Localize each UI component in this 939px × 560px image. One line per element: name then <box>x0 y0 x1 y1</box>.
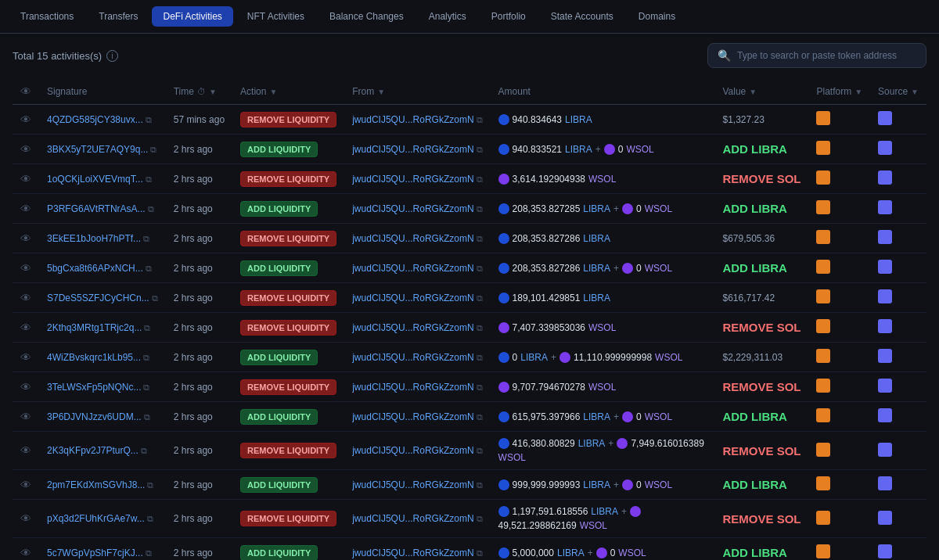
from-link[interactable]: jwudCIJ5QU...RoRGkZzomN <box>352 352 473 363</box>
copy-sig-icon[interactable]: ⧉ <box>147 480 153 490</box>
nav-tab-domains[interactable]: Domains <box>628 6 686 27</box>
copy-from-icon[interactable]: ⧉ <box>477 115 483 124</box>
copy-sig-icon[interactable]: ⧉ <box>148 204 154 214</box>
action-badge[interactable]: REMOVE LIQUIDITY <box>240 443 336 458</box>
from-link[interactable]: jwudCIJ5QU...RoRGkZzomN <box>352 513 473 524</box>
signature-link[interactable]: 3BKX5yT2UE7AQY9q... <box>47 144 148 155</box>
nav-tab-defi[interactable]: DeFi Activities <box>152 6 232 27</box>
signature-link[interactable]: 5c7WGpVpShF7cjKJ... <box>47 547 143 558</box>
action-badge[interactable]: REMOVE LIQUIDITY <box>240 171 336 187</box>
copy-from-icon[interactable]: ⧉ <box>477 234 483 243</box>
signature-link[interactable]: 4QZDG585jCY38uvx... <box>47 114 143 125</box>
action-badge[interactable]: ADD LIQUIDITY <box>240 201 318 217</box>
copy-from-icon[interactable]: ⧉ <box>477 204 483 214</box>
copy-from-icon[interactable]: ⧉ <box>477 323 483 332</box>
copy-sig-icon[interactable]: ⧉ <box>143 382 149 392</box>
copy-sig-icon[interactable]: ⧉ <box>146 548 152 558</box>
copy-sig-icon[interactable]: ⧉ <box>150 145 156 154</box>
signature-link[interactable]: 5bgCxa8t66APxNCH... <box>47 263 143 274</box>
row-eye-icon[interactable]: 👁 <box>20 321 31 334</box>
signature-link[interactable]: 3EkEE1bJooH7hPTf... <box>47 233 141 244</box>
action-badge[interactable]: REMOVE LIQUIDITY <box>240 320 336 336</box>
action-badge[interactable]: ADD LIQUIDITY <box>240 409 318 425</box>
row-eye-icon[interactable]: 👁 <box>20 512 31 525</box>
signature-link[interactable]: P3RFG6AVtRTNrAsA... <box>47 203 146 214</box>
from-link[interactable]: jwudCIJ5QU...RoRGkZzomN <box>352 114 473 125</box>
search-input[interactable] <box>737 50 916 61</box>
copy-sig-icon[interactable]: ⧉ <box>146 115 152 124</box>
row-eye-icon[interactable]: 👁 <box>20 232 31 245</box>
from-link[interactable]: jwudCIJ5QU...RoRGkZzomN <box>352 263 473 274</box>
row-eye-icon[interactable]: 👁 <box>20 292 31 304</box>
source-filter-icon[interactable]: ▼ <box>911 88 919 96</box>
action-badge[interactable]: REMOVE LIQUIDITY <box>240 290 336 306</box>
copy-from-icon[interactable]: ⧉ <box>477 514 483 523</box>
from-link[interactable]: jwudCIJ5QU...RoRGkZzomN <box>352 479 473 490</box>
from-link[interactable]: jwudCIJ5QU...RoRGkZzomN <box>352 293 473 303</box>
action-badge[interactable]: REMOVE LIQUIDITY <box>240 379 336 395</box>
signature-link[interactable]: 2pm7EKdXmSGVhJ8... <box>47 479 145 490</box>
signature-link[interactable]: 3TeLWSxFp5pNQNc... <box>47 382 141 393</box>
action-badge[interactable]: ADD LIQUIDITY <box>240 545 318 561</box>
from-link[interactable]: jwudCIJ5QU...RoRGkZzomN <box>352 547 473 558</box>
signature-link[interactable]: 4WiZBvskqrc1kLb95... <box>47 352 141 363</box>
from-link[interactable]: jwudCIJ5QU...RoRGkZzomN <box>352 203 473 214</box>
copy-from-icon[interactable]: ⧉ <box>477 174 483 184</box>
from-link[interactable]: jwudCIJ5QU...RoRGkZzomN <box>352 233 473 244</box>
action-badge[interactable]: REMOVE LIQUIDITY <box>240 231 336 246</box>
nav-tab-balance[interactable]: Balance Changes <box>318 6 415 27</box>
nav-tab-portfolio[interactable]: Portfolio <box>480 6 537 27</box>
time-filter-icon[interactable]: ▼ <box>209 88 217 96</box>
from-link[interactable]: jwudCIJ5QU...RoRGkZzomN <box>352 144 473 155</box>
copy-from-icon[interactable]: ⧉ <box>477 145 483 154</box>
row-eye-icon[interactable]: 👁 <box>20 411 31 423</box>
from-link[interactable]: jwudCIJ5QU...RoRGkZzomN <box>352 322 473 333</box>
nav-tab-transactions[interactable]: Transactions <box>9 6 85 27</box>
value-filter-icon[interactable]: ▼ <box>749 88 757 96</box>
copy-sig-icon[interactable]: ⧉ <box>147 514 153 523</box>
signature-link[interactable]: 3P6DJVNJzzv6UDM... <box>47 411 142 422</box>
row-eye-icon[interactable]: 👁 <box>20 143 31 156</box>
from-link[interactable]: jwudCIJ5QU...RoRGkZzomN <box>352 382 473 393</box>
copy-sig-icon[interactable]: ⧉ <box>144 323 150 332</box>
copy-sig-icon[interactable]: ⧉ <box>141 446 147 455</box>
row-eye-icon[interactable]: 👁 <box>20 547 31 559</box>
row-eye-icon[interactable]: 👁 <box>20 479 31 491</box>
copy-sig-icon[interactable]: ⧉ <box>146 174 152 184</box>
action-badge[interactable]: REMOVE LIQUIDITY <box>240 511 336 526</box>
from-link[interactable]: jwudCIJ5QU...RoRGkZzomN <box>352 411 473 422</box>
nav-tab-analytics[interactable]: Analytics <box>418 6 477 27</box>
from-link[interactable]: jwudCIJ5QU...RoRGkZzomN <box>352 174 473 185</box>
copy-sig-icon[interactable]: ⧉ <box>146 264 152 273</box>
copy-from-icon[interactable]: ⧉ <box>477 548 483 558</box>
nav-tab-transfers[interactable]: Transfers <box>88 6 149 27</box>
signature-link[interactable]: 1oQCKjLoiXVEVmqT... <box>47 174 143 185</box>
row-eye-icon[interactable]: 👁 <box>20 444 31 457</box>
copy-sig-icon[interactable]: ⧉ <box>143 234 149 243</box>
row-eye-icon[interactable]: 👁 <box>20 381 31 393</box>
from-filter-icon[interactable]: ▼ <box>377 88 385 96</box>
signature-link[interactable]: pXq3d2FUhKrGAe7w... <box>47 513 145 524</box>
clock-filter-icon[interactable]: ⏱ <box>197 87 206 96</box>
row-eye-icon[interactable]: 👁 <box>20 113 31 126</box>
copy-from-icon[interactable]: ⧉ <box>477 382 483 392</box>
copy-from-icon[interactable]: ⧉ <box>477 480 483 490</box>
action-badge[interactable]: ADD LIQUIDITY <box>240 477 318 493</box>
action-badge[interactable]: REMOVE LIQUIDITY <box>240 112 336 127</box>
action-filter-icon[interactable]: ▼ <box>269 88 277 96</box>
from-link[interactable]: jwudCIJ5QU...RoRGkZzomN <box>352 445 473 456</box>
action-badge[interactable]: ADD LIQUIDITY <box>240 142 318 157</box>
row-eye-icon[interactable]: 👁 <box>20 262 31 275</box>
nav-tab-state[interactable]: State Accounts <box>540 6 624 27</box>
signature-link[interactable]: 2Kthq3MRtg1TRjc2q... <box>47 322 142 333</box>
row-eye-icon[interactable]: 👁 <box>20 173 31 185</box>
platform-filter-icon[interactable]: ▼ <box>854 88 862 96</box>
copy-from-icon[interactable]: ⧉ <box>477 264 483 273</box>
copy-sig-icon[interactable]: ⧉ <box>152 293 158 303</box>
row-eye-icon[interactable]: 👁 <box>20 203 31 215</box>
nav-tab-nft[interactable]: NFT Activities <box>236 6 315 27</box>
copy-sig-icon[interactable]: ⧉ <box>143 353 149 362</box>
copy-sig-icon[interactable]: ⧉ <box>144 412 150 422</box>
copy-from-icon[interactable]: ⧉ <box>477 353 483 362</box>
copy-from-icon[interactable]: ⧉ <box>477 446 483 455</box>
